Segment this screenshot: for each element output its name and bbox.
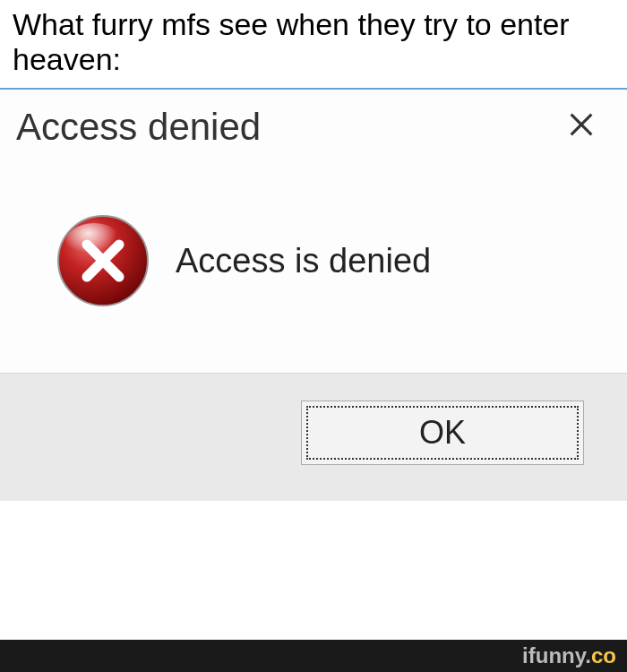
watermark-brand-prefix: ifunny. [522, 643, 591, 668]
dialog-title: Access denied [16, 106, 261, 149]
dialog-footer: OK [0, 373, 627, 501]
error-icon [54, 211, 152, 310]
dialog-titlebar: Access denied [0, 90, 627, 158]
dialog-message: Access is denied [176, 242, 431, 280]
meme-caption: What furry mfs see when they try to ente… [0, 0, 627, 88]
dialog-body: Access is denied [0, 158, 627, 373]
ok-button[interactable]: OK [301, 401, 584, 465]
close-icon[interactable] [559, 106, 604, 149]
watermark: ifunny.co [0, 640, 627, 672]
error-dialog: Access denied [0, 90, 627, 501]
watermark-brand-suffix: co [591, 643, 616, 668]
